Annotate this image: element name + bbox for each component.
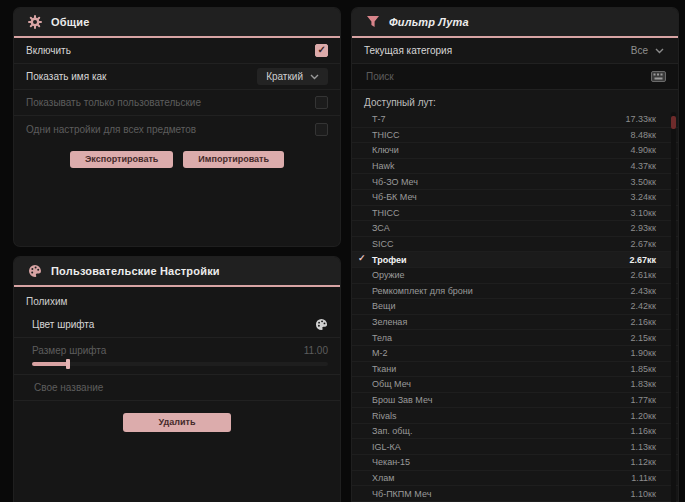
chevron-down-icon bbox=[310, 74, 319, 80]
loot-item-row[interactable]: THICC8.48кк bbox=[352, 128, 678, 144]
chevron-down-icon bbox=[655, 48, 664, 54]
loot-item-value: 4.37кк bbox=[631, 161, 656, 171]
loot-item-value: 3.50кк bbox=[631, 177, 656, 187]
loot-item-row[interactable]: Чекан-151.12кк bbox=[352, 455, 678, 471]
custom-settings-panel: Пользовательские Настройки Полихим Цвет … bbox=[14, 257, 340, 502]
font-size-block: Размер шрифта 11.00 bbox=[14, 338, 340, 375]
enable-checkbox[interactable] bbox=[315, 44, 328, 57]
loot-item-row[interactable]: Чб-БК Меч3.24кк bbox=[352, 190, 678, 206]
loot-item-row[interactable]: Зап. общ.1.16кк bbox=[352, 424, 678, 440]
name-mode-value: Краткий bbox=[266, 71, 303, 82]
loot-item-row[interactable]: Оружие2.61кк bbox=[352, 268, 678, 284]
loot-item-row[interactable]: Т-717.33кк bbox=[352, 112, 678, 128]
loot-item-name: ЗСА bbox=[372, 223, 390, 233]
font-size-value: 11.00 bbox=[304, 345, 328, 356]
only-custom-row: Показывать только пользовательские bbox=[14, 90, 340, 116]
loot-item-name: Оружие bbox=[372, 270, 405, 280]
single-settings-label: Одни настройки для всех предметов bbox=[26, 124, 196, 135]
palette-icon bbox=[28, 264, 42, 278]
loot-item-row[interactable]: Хлам1.11кк bbox=[352, 471, 678, 487]
font-color-label: Цвет шрифта bbox=[32, 319, 94, 330]
loot-item-value: 2.93кк bbox=[631, 223, 656, 233]
color-palette-icon[interactable] bbox=[315, 318, 328, 331]
name-mode-label: Показать имя как bbox=[26, 71, 106, 82]
check-icon: ✓ bbox=[358, 253, 366, 263]
loot-item-row[interactable]: Тела2.15кк bbox=[352, 330, 678, 346]
loot-item-row[interactable]: Зеленая2.16кк bbox=[352, 315, 678, 331]
font-size-slider[interactable] bbox=[32, 362, 328, 366]
loot-item-value: 8.48кк bbox=[631, 130, 656, 140]
loot-item-value: 3.24кк bbox=[631, 192, 656, 202]
loot-item-row[interactable]: ЗСА2.93кк bbox=[352, 221, 678, 237]
keyboard-icon[interactable] bbox=[651, 71, 666, 82]
loot-item-value: 1.11кк bbox=[631, 473, 656, 483]
loot-list: Т-717.33ккTHICC8.48ккКлючи4.90ккHawk4.37… bbox=[352, 112, 678, 502]
loot-item-row[interactable]: М-21.90кк bbox=[352, 346, 678, 362]
loot-item-row[interactable]: Чб-ПКПМ Меч1.10кк bbox=[352, 486, 678, 502]
loot-item-name: Hawk bbox=[372, 161, 395, 171]
general-panel-title: Общие bbox=[51, 16, 90, 28]
loot-item-row[interactable]: Вещи2.42кк bbox=[352, 299, 678, 315]
delete-button[interactable]: Удалить bbox=[123, 413, 232, 432]
slider-fill bbox=[32, 362, 68, 366]
import-button[interactable]: Импортировать bbox=[183, 151, 284, 168]
only-custom-checkbox[interactable] bbox=[315, 96, 328, 109]
loot-item-value: 4.90кк bbox=[631, 145, 656, 155]
loot-scrollbar-thumb[interactable] bbox=[671, 116, 676, 129]
loot-item-name: Т-7 bbox=[372, 114, 386, 124]
enable-row: Включить bbox=[14, 38, 340, 64]
loot-item-value: 1.12кк bbox=[631, 457, 656, 467]
category-value: Все bbox=[631, 45, 648, 56]
loot-item-name: Ремкомплект для брони bbox=[372, 286, 473, 296]
general-panel-header: Общие bbox=[14, 8, 340, 38]
custom-name-input[interactable] bbox=[32, 381, 328, 394]
loot-item-value: 2.15кк bbox=[631, 333, 656, 343]
loot-item-row[interactable]: Брош Зав Меч1.77кк bbox=[352, 393, 678, 409]
only-custom-label: Показывать только пользовательские bbox=[26, 97, 201, 108]
loot-item-row[interactable]: THICC3.10кк bbox=[352, 206, 678, 222]
category-row: Текущая категория Все bbox=[352, 38, 678, 64]
loot-item-name: Чб-БК Меч bbox=[372, 192, 417, 202]
loot-item-value: 1.85кк bbox=[631, 364, 656, 374]
loot-scrollbar[interactable] bbox=[671, 112, 676, 502]
loot-item-name: Чекан-15 bbox=[372, 457, 410, 467]
loot-item-value: 2.67кк bbox=[631, 239, 656, 249]
loot-item-row[interactable]: Rivals1.20кк bbox=[352, 408, 678, 424]
loot-item-row[interactable]: ✓Трофеи2.67кк bbox=[352, 252, 678, 268]
loot-item-name: Чб-ПКПМ Меч bbox=[372, 489, 431, 499]
loot-item-row[interactable]: Ткани1.85кк bbox=[352, 362, 678, 378]
loot-item-value: 1.20кк bbox=[631, 411, 656, 421]
loot-item-row[interactable]: SICC2.67кк bbox=[352, 237, 678, 253]
loot-item-row[interactable]: Ключи4.90кк bbox=[352, 143, 678, 159]
custom-panel-title: Пользовательские Настройки bbox=[51, 265, 220, 277]
loot-item-value: 3.10кк bbox=[631, 208, 656, 218]
loot-item-name: Тела bbox=[372, 333, 392, 343]
loot-item-value: 2.43кк bbox=[631, 286, 656, 296]
loot-item-row[interactable]: IGL-КА1.13кк bbox=[352, 439, 678, 455]
name-mode-dropdown[interactable]: Краткий bbox=[257, 68, 328, 85]
loot-item-value: 1.83кк bbox=[631, 379, 656, 389]
loot-item-value: 1.16кк bbox=[631, 426, 656, 436]
loot-item-name: Зап. общ. bbox=[372, 426, 412, 436]
loot-item-value: 2.67кк bbox=[629, 255, 656, 265]
loot-item-name: Хлам bbox=[372, 473, 394, 483]
loot-item-row[interactable]: Общ Меч1.83кк bbox=[352, 377, 678, 393]
search-row bbox=[352, 64, 678, 90]
loot-item-value: 2.61кк bbox=[631, 270, 656, 280]
category-dropdown[interactable]: Все bbox=[622, 42, 666, 59]
export-button[interactable]: Экспортировать bbox=[70, 151, 173, 168]
custom-panel-header: Пользовательские Настройки bbox=[14, 257, 340, 287]
loot-item-row[interactable]: Hawk4.37кк bbox=[352, 159, 678, 175]
enable-label: Включить bbox=[26, 45, 71, 56]
search-input[interactable] bbox=[364, 70, 651, 83]
custom-name-row bbox=[14, 375, 340, 401]
loot-item-value: 1.13кк bbox=[631, 442, 656, 452]
loot-item-value: 17.33кк bbox=[626, 114, 656, 124]
gear-icon bbox=[28, 15, 42, 29]
loot-item-row[interactable]: Чб-ЗО Меч3.50кк bbox=[352, 174, 678, 190]
loot-item-row[interactable]: Ремкомплект для брони2.43кк bbox=[352, 284, 678, 300]
single-settings-checkbox[interactable] bbox=[315, 123, 328, 136]
slider-handle[interactable] bbox=[66, 359, 70, 369]
loot-item-name: IGL-КА bbox=[372, 442, 401, 452]
font-color-row[interactable]: Цвет шрифта bbox=[14, 312, 340, 338]
